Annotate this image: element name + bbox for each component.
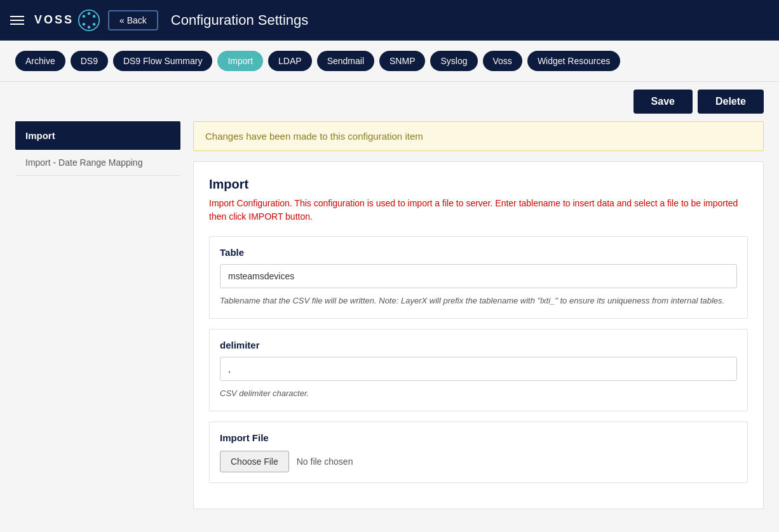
file-input-row: Choose File No file chosen: [220, 451, 737, 472]
warning-banner: Changes have been made to this configura…: [193, 121, 764, 151]
tab-ds9[interactable]: DS9: [71, 51, 108, 71]
voss-logo-icon: [78, 9, 100, 32]
tab-syslog[interactable]: Syslog: [430, 51, 477, 71]
main-layout: Import Import - Date Range Mapping Chang…: [0, 121, 779, 524]
svg-point-6: [83, 15, 86, 18]
tab-widget-resources[interactable]: Widget Resources: [527, 51, 620, 71]
save-button[interactable]: Save: [633, 90, 693, 114]
delimiter-field-input[interactable]: [220, 357, 737, 381]
delimiter-field-group: delimiter CSV delimiter character.: [209, 329, 748, 411]
tab-import[interactable]: Import: [217, 51, 263, 71]
table-field-input[interactable]: [220, 264, 737, 288]
svg-point-4: [88, 25, 91, 29]
table-field-group: Table Tablename that the CSV file will b…: [209, 236, 748, 319]
import-file-group: Import File Choose File No file chosen: [209, 422, 748, 483]
sidebar: Import Import - Date Range Mapping: [15, 121, 180, 509]
voss-logo-text: VOSS: [34, 13, 74, 27]
hamburger-menu[interactable]: [10, 16, 24, 25]
choose-file-button[interactable]: Choose File: [220, 451, 289, 472]
table-field-hint: Tablename that the CSV file will be writ…: [220, 295, 737, 308]
sidebar-item-import[interactable]: Import: [15, 121, 180, 150]
delete-button[interactable]: Delete: [698, 90, 764, 114]
main-content: Changes have been made to this configura…: [193, 121, 764, 509]
tab-voss[interactable]: Voss: [483, 51, 522, 71]
page-title: Configuration Settings: [171, 12, 308, 29]
tab-bar: Archive DS9 DS9 Flow Summary Import LDAP…: [0, 41, 779, 82]
tab-ldap[interactable]: LDAP: [268, 51, 312, 71]
form-card: Import Import Configuration. This config…: [193, 161, 764, 509]
form-description: Import Configuration. This configuration…: [209, 197, 748, 223]
table-field-label: Table: [220, 247, 737, 258]
svg-point-2: [93, 15, 96, 18]
action-row: Save Delete: [0, 82, 779, 121]
tab-snmp[interactable]: SNMP: [379, 51, 425, 71]
no-file-text: No file chosen: [297, 456, 353, 467]
tab-ds9-flow-summary[interactable]: DS9 Flow Summary: [113, 51, 212, 71]
warning-message: Changes have been made to this configura…: [205, 131, 423, 142]
import-file-label: Import File: [220, 432, 737, 443]
voss-logo: VOSS: [34, 9, 100, 32]
delimiter-field-hint: CSV delimiter character.: [220, 387, 737, 401]
sidebar-item-date-range[interactable]: Import - Date Range Mapping: [15, 150, 180, 176]
delimiter-field-label: delimiter: [220, 340, 737, 350]
top-navigation: VOSS « Back Configuration Settings: [0, 0, 779, 41]
svg-point-1: [88, 11, 91, 15]
tab-archive[interactable]: Archive: [15, 51, 65, 71]
form-section-title: Import: [209, 177, 748, 192]
tab-sendmail[interactable]: Sendmail: [317, 51, 374, 71]
svg-point-3: [93, 23, 96, 26]
back-button[interactable]: « Back: [108, 10, 158, 30]
svg-point-5: [83, 23, 86, 26]
